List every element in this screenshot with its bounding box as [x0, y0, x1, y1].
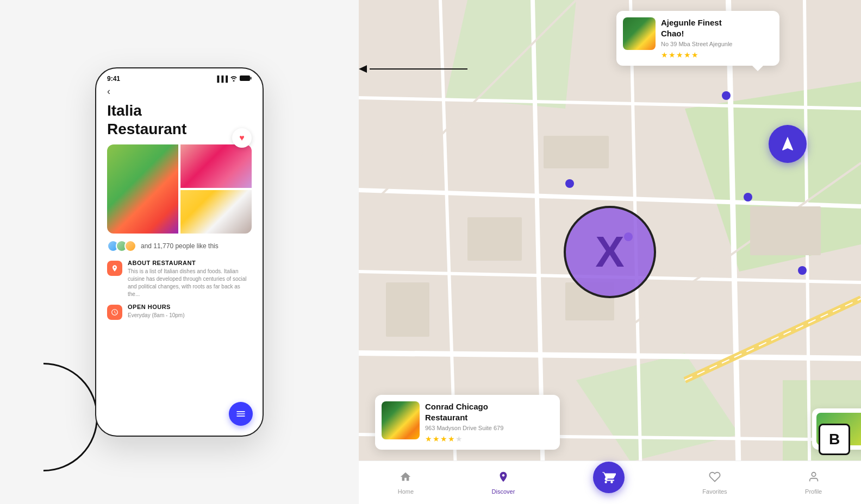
- map-pin-5[interactable]: [798, 266, 807, 275]
- hours-icon: [107, 305, 122, 320]
- battery-icon: [240, 75, 252, 83]
- nav-home[interactable]: Home: [398, 471, 414, 495]
- svg-rect-21: [467, 217, 522, 261]
- food-photo-2: [180, 144, 252, 188]
- map-background: Ajegunle FinestChao! No 39 Mba Street Aj…: [359, 0, 861, 504]
- popup-info-1: Ajegunle FinestChao! No 39 Mba Street Aj…: [661, 17, 732, 59]
- nav-discover[interactable]: Discover: [492, 471, 515, 495]
- phone-content: ‹ ItaliaRestaurant ♥ and 11,770 people l…: [96, 86, 263, 334]
- favorite-button[interactable]: ♥: [232, 128, 252, 148]
- about-section: ABOUT RESTAURANT This is a list of Itali…: [107, 260, 252, 298]
- likes-text: and 11,770 people like this: [141, 242, 219, 250]
- popup-info-2: Conrad ChicagoRestaurant 963 Madyson Dri…: [425, 401, 503, 443]
- status-bar: 9:41 ▐▐▐: [96, 68, 263, 86]
- svg-rect-23: [386, 282, 429, 337]
- popup-image-2: [382, 401, 420, 439]
- map-pin-2[interactable]: [565, 179, 574, 188]
- favorites-icon: [709, 471, 721, 486]
- x-label: X: [595, 227, 624, 277]
- nav-favorites[interactable]: Favorites: [702, 471, 727, 495]
- avatar-3: [124, 240, 136, 252]
- discover-icon: [497, 471, 509, 486]
- photo-grid: [107, 144, 252, 234]
- map-pin-1[interactable]: [722, 91, 731, 100]
- popup-address-1: No 39 Mba Street Ajegunle: [661, 41, 732, 47]
- about-content: ABOUT RESTAURANT This is a list of Itali…: [128, 260, 252, 298]
- nav-favorites-label: Favorites: [702, 488, 727, 495]
- nav-profile[interactable]: Profile: [805, 471, 822, 495]
- svg-rect-1: [251, 77, 252, 80]
- right-panel: Ajegunle FinestChao! No 39 Mba Street Aj…: [359, 0, 861, 504]
- hours-content: OPEN HOURS Everyday (8am - 10pm): [128, 304, 184, 319]
- hours-text: Everyday (8am - 10pm): [128, 312, 184, 319]
- menu-fab-button[interactable]: [229, 402, 253, 426]
- popup-name-1: Ajegunle FinestChao!: [661, 17, 732, 39]
- svg-marker-3: [446, 0, 576, 109]
- avatar-group: [107, 240, 136, 252]
- popup-image-1: [623, 17, 656, 50]
- food-photo-1: [107, 144, 178, 234]
- popup-name-2: Conrad ChicagoRestaurant: [425, 401, 503, 423]
- heart-icon: ♥: [239, 133, 245, 143]
- home-icon: [400, 471, 411, 486]
- phone-mockup: 9:41 ▐▐▐ ‹ ItaliaRestaurant ♥: [95, 67, 264, 437]
- clock: 9:41: [107, 75, 120, 83]
- wifi-icon: [230, 75, 238, 83]
- nav-cart[interactable]: [593, 472, 625, 493]
- svg-point-28: [812, 472, 815, 476]
- map-arrow: [359, 61, 467, 79]
- restaurant-name: ItaliaRestaurant: [107, 102, 252, 138]
- popup-stars-1: ★★★★★: [661, 51, 732, 59]
- x-overlay[interactable]: X: [564, 206, 656, 298]
- signal-icon: ▐▐▐: [215, 75, 228, 82]
- location-button[interactable]: [769, 125, 807, 163]
- left-panel: 9:41 ▐▐▐ ‹ ItaliaRestaurant ♥: [0, 0, 359, 504]
- food-photo-3: [180, 190, 252, 234]
- hours-section: OPEN HOURS Everyday (8am - 10pm): [107, 304, 252, 320]
- bottom-nav: Home Discover Favorites: [359, 461, 861, 504]
- about-icon: [107, 261, 122, 276]
- profile-icon: [808, 471, 820, 486]
- decorative-arc: [0, 363, 98, 471]
- svg-rect-22: [544, 136, 609, 168]
- nav-profile-label: Profile: [805, 488, 822, 495]
- cart-fab-button[interactable]: [593, 462, 625, 493]
- about-desc: This is a list of Italian dishes and foo…: [128, 268, 252, 298]
- popup-address-2: 963 Madyson Drive Suite 679: [425, 425, 503, 431]
- svg-rect-25: [750, 206, 821, 255]
- nav-home-label: Home: [398, 488, 414, 495]
- popup-stars-2: ★★★★★: [425, 434, 503, 443]
- status-icons: ▐▐▐: [215, 75, 252, 83]
- svg-rect-0: [240, 75, 250, 81]
- popup-card-top[interactable]: Ajegunle FinestChao! No 39 Mba Street Aj…: [616, 11, 779, 66]
- map-pin-3[interactable]: [744, 193, 752, 201]
- back-button[interactable]: ‹: [107, 86, 252, 97]
- about-title: ABOUT RESTAURANT: [128, 260, 252, 266]
- brand-logo: B: [819, 424, 850, 455]
- popup-card-bottom[interactable]: Conrad ChicagoRestaurant 963 Madyson Dri…: [375, 395, 560, 450]
- nav-discover-label: Discover: [492, 488, 515, 495]
- svg-marker-27: [359, 65, 367, 73]
- hours-title: OPEN HOURS: [128, 304, 184, 310]
- likes-row: and 11,770 people like this: [107, 240, 252, 252]
